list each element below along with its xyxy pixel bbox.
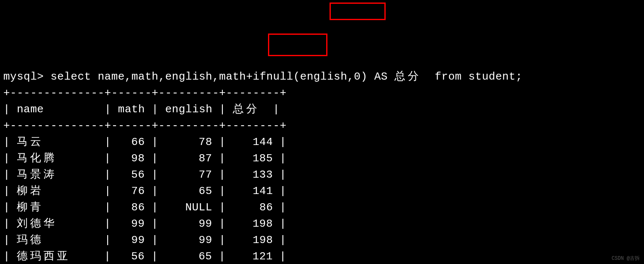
table-row: | 柳岩 | 76 | 65 | 141 |: [3, 183, 641, 199]
cell-name: 柳青: [17, 201, 44, 214]
cell-name: 马云: [17, 136, 44, 148]
cell-english: 78: [178, 136, 212, 148]
cell-math: 99: [131, 217, 144, 230]
cell-name: 刘德华: [17, 217, 57, 230]
cell-total: 185: [246, 152, 273, 165]
cell-name: 玛德: [17, 234, 44, 246]
cell-english: 77: [178, 168, 212, 181]
cell-english: 99: [178, 234, 212, 246]
highlight-box-header: [268, 34, 327, 56]
cell-name: 马景涛: [17, 168, 57, 181]
cell-total: 121: [246, 250, 273, 263]
cell-total: 198: [246, 217, 273, 230]
query-after: from student;: [435, 70, 522, 83]
cell-math: 56: [131, 250, 144, 263]
cell-total: 133: [246, 168, 273, 181]
table-row: | 马化腾 | 98 | 87 | 185 |: [3, 150, 641, 167]
cell-total: 141: [246, 185, 273, 197]
table-row: | 马云 | 66 | 78 | 144 |: [3, 134, 641, 150]
cell-math: 99: [131, 234, 145, 246]
cell-english: 87: [178, 152, 212, 165]
watermark: CSDN @古拆: [612, 255, 640, 262]
cell-total: 144: [246, 136, 273, 148]
cell-math: 98: [131, 152, 144, 165]
cell-name: 马化腾: [17, 152, 57, 165]
table-row: | 玛德 | 99 | 99 | 198 |: [3, 232, 641, 248]
terminal-output: mysql> select name,math,english,math+ifn…: [3, 69, 641, 264]
cell-math: 86: [131, 201, 145, 214]
header-english: english: [165, 103, 213, 116]
cell-math: 66: [131, 136, 145, 148]
table-row: | 刘德华 | 99 | 99 | 198 |: [3, 216, 641, 232]
table-border-mid: +--------------+------+---------+-------…: [3, 118, 641, 134]
query-highlight: AS 总分: [374, 70, 421, 83]
table-border-top: +--------------+------+---------+-------…: [3, 85, 641, 101]
cell-name: 德玛西亚: [17, 250, 70, 263]
header-name: name: [17, 103, 44, 116]
table-header-row: | name | math | english | 总分 |: [3, 101, 641, 118]
query-line: mysql> select name,math,english,math+ifn…: [3, 69, 641, 85]
mysql-prompt: mysql>: [3, 70, 44, 83]
query-before: select name,math,english,math+ifnull(eng…: [51, 70, 368, 83]
highlight-box-query: [330, 3, 386, 20]
cell-math: 76: [131, 185, 145, 197]
table-row: | 德玛西亚 | 56 | 65 | 121 |: [3, 248, 641, 264]
table-row: | 马景涛 | 56 | 77 | 133 |: [3, 167, 641, 183]
cell-name: 柳岩: [17, 185, 44, 197]
cell-total: 198: [246, 234, 273, 246]
header-math: math: [118, 103, 145, 116]
cell-english: NULL: [178, 201, 212, 214]
cell-math: 56: [131, 168, 144, 181]
table-row: | 柳青 | 86 | NULL | 86 |: [3, 199, 641, 216]
cell-english: 99: [178, 217, 212, 230]
cell-total: 86: [246, 201, 273, 214]
cell-english: 65: [178, 250, 212, 263]
header-total: 总分: [233, 103, 260, 116]
cell-english: 65: [178, 185, 212, 197]
